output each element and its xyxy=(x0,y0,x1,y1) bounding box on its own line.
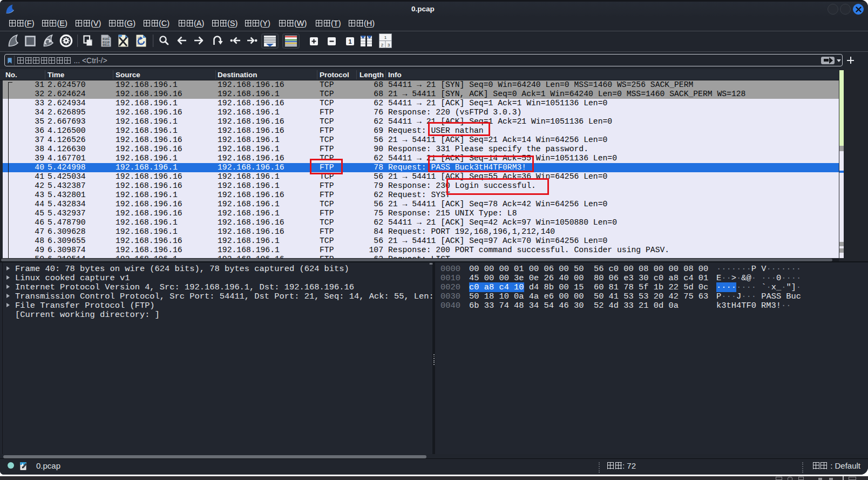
svg-text:0011: 0011 xyxy=(103,43,110,46)
svg-text:1: 1 xyxy=(348,38,351,45)
svg-text:1: 1 xyxy=(384,35,387,40)
svg-text:2: 2 xyxy=(381,43,384,48)
svg-text:3: 3 xyxy=(388,43,390,48)
